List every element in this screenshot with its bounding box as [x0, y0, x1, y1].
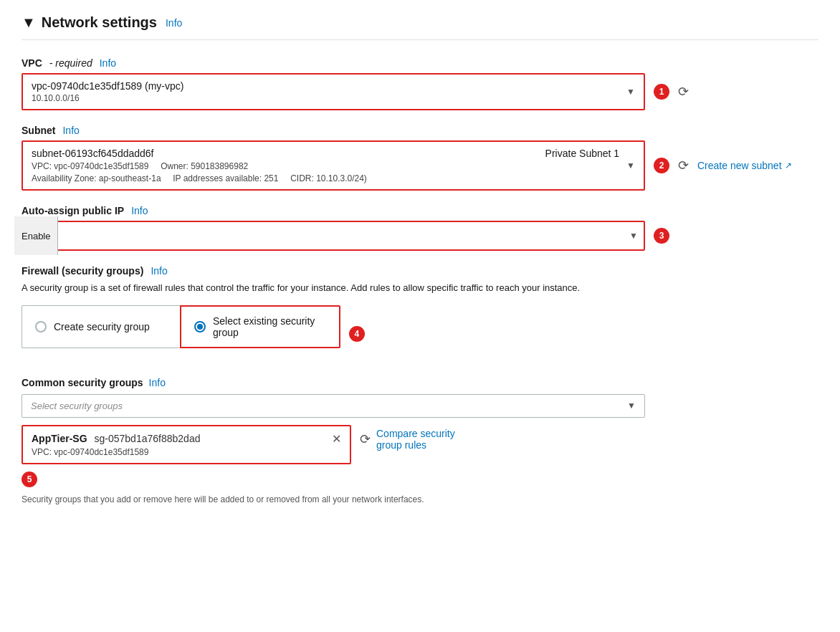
firewall-radio-row: Create security group Select existing se… — [22, 305, 818, 363]
auto-assign-arrow: ▼ — [629, 231, 638, 241]
select-sg-label: Select existing security group — [213, 315, 326, 338]
external-link-icon: ↗ — [785, 161, 792, 171]
create-sg-radio-circle — [35, 321, 47, 332]
subnet-cidr: CIDR: 10.10.3.0/24) — [290, 173, 367, 183]
compare-label-line1: Compare security — [376, 428, 455, 439]
sg-item-vpc: VPC: vpc-09740dc1e35df1589 — [32, 447, 341, 457]
subnet-dropdown-content: subnet-06193cf645ddadd6f Private Subnet … — [32, 148, 619, 183]
sg-step-badge: 5 — [22, 471, 37, 487]
create-sg-option[interactable]: Create security group — [22, 305, 180, 348]
auto-assign-ip-field-group: Auto-assign public IP Info Enable ▼ 3 — [22, 205, 818, 251]
collapse-icon[interactable]: ▼ — [22, 14, 36, 31]
firewall-radio-options: Create security group Select existing se… — [22, 305, 340, 348]
auto-assign-dropdown[interactable]: Enable ▼ — [22, 221, 645, 251]
compare-sg-link[interactable]: Compare security group rules — [376, 428, 455, 451]
auto-assign-dropdown-inner: Enable ▼ — [23, 222, 644, 249]
common-sg-label-text: Common security groups — [22, 377, 143, 388]
vpc-info-link[interactable]: Info — [100, 57, 116, 69]
firewall-label: Firewall (security groups) Info — [22, 265, 818, 277]
select-sg-radio-circle — [194, 321, 206, 332]
subnet-alias: Private Subnet 1 — [545, 148, 620, 159]
firewall-step-badge: 4 — [349, 326, 365, 342]
sg-selected-item: AppTier-SG sg-057bd1a76f88b2dad ✕ VPC: v… — [22, 425, 351, 464]
subnet-details-row1: VPC: vpc-09740dc1e35df1589 Owner: 590183… — [32, 161, 619, 171]
vpc-refresh-icon[interactable]: ⟳ — [678, 84, 689, 100]
firewall-info-link[interactable]: Info — [151, 265, 167, 277]
common-sg-label: Common security groups Info — [22, 377, 818, 388]
subnet-dropdown-arrow: ▼ — [626, 161, 635, 171]
sg-selected-item-row: AppTier-SG sg-057bd1a76f88b2dad ✕ — [32, 432, 341, 446]
compare-sg-area: ⟳ Compare security group rules — [360, 428, 455, 451]
sg-item-id: sg-057bd1a76f88b2dad — [95, 433, 201, 444]
sg-select-arrow: ▼ — [627, 401, 636, 411]
vpc-field-group: VPC - required Info vpc-09740dc1e35df158… — [22, 57, 818, 110]
vpc-step-badge: 1 — [654, 84, 669, 100]
vpc-label-text: VPC — [22, 57, 42, 69]
subnet-vpc: VPC: vpc-09740dc1e35df1589 — [32, 161, 148, 171]
common-sg-info-link[interactable]: Info — [149, 377, 166, 388]
select-sg-option[interactable]: Select existing security group — [180, 305, 340, 348]
auto-assign-dropdown-row: Enable ▼ 3 — [22, 221, 818, 251]
subnet-refresh-icon[interactable]: ⟳ — [678, 158, 689, 173]
subnet-owner: Owner: 590183896982 — [161, 161, 248, 171]
section-info-link[interactable]: Info — [166, 17, 182, 29]
vpc-selected-cidr: 10.10.0.0/16 — [32, 93, 619, 103]
create-sg-label: Create security group — [54, 321, 150, 332]
sg-selected-area: AppTier-SG sg-057bd1a76f88b2dad ✕ VPC: v… — [22, 425, 351, 487]
vpc-dropdown-inner: vpc-09740dc1e35df1589 (my-vpc) 10.10.0.0… — [32, 80, 635, 103]
vpc-dropdown-arrow: ▼ — [626, 87, 635, 97]
subnet-step-badge: 2 — [654, 158, 669, 173]
section-title-text: Network settings — [42, 14, 157, 31]
compare-label-line2: group rules — [376, 439, 426, 451]
subnet-az: Availability Zone: ap-southeast-1a — [32, 173, 161, 183]
common-sg-field-group: Common security groups Info Select secur… — [22, 377, 818, 504]
sg-bottom-row: AppTier-SG sg-057bd1a76f88b2dad ✕ VPC: v… — [22, 425, 667, 487]
subnet-main-row: subnet-06193cf645ddadd6f Private Subnet … — [32, 148, 619, 159]
sg-item-name: AppTier-SG — [32, 433, 87, 444]
subnet-dropdown-inner: subnet-06193cf645ddadd6f Private Subnet … — [32, 148, 635, 183]
subnet-dropdown-row: subnet-06193cf645ddadd6f Private Subnet … — [22, 140, 818, 191]
subnet-name: subnet-06193cf645ddadd6f — [32, 148, 153, 159]
subnet-label-text: Subnet — [22, 125, 55, 136]
firewall-label-text: Firewall (security groups) — [22, 265, 143, 277]
vpc-dropdown[interactable]: vpc-09740dc1e35df1589 (my-vpc) 10.10.0.0… — [22, 73, 645, 110]
firewall-description: A security group is a set of firewall ru… — [22, 281, 818, 295]
firewall-field-group: Firewall (security groups) Info A securi… — [22, 265, 818, 363]
create-subnet-link[interactable]: Create new subnet ↗ — [697, 160, 792, 171]
subnet-dropdown[interactable]: subnet-06193cf645ddadd6f Private Subnet … — [22, 140, 645, 191]
network-settings-header: ▼ Network settings Info — [22, 14, 818, 40]
subnet-info-link[interactable]: Info — [62, 125, 79, 136]
auto-assign-label-text: Auto-assign public IP — [22, 205, 124, 216]
compare-refresh-icon[interactable]: ⟳ — [360, 431, 371, 447]
auto-assign-step-badge: 3 — [654, 228, 669, 244]
auto-assign-info-link[interactable]: Info — [131, 205, 148, 216]
sg-select-row: Select security groups ▼ — [22, 394, 645, 418]
sg-select-dropdown[interactable]: Select security groups ▼ — [22, 394, 645, 418]
sg-note: Security groups that you add or remove h… — [22, 494, 645, 504]
section-title: ▼ Network settings — [22, 14, 157, 31]
vpc-dropdown-content: vpc-09740dc1e35df1589 (my-vpc) 10.10.0.0… — [32, 80, 619, 103]
subnet-label: Subnet Info — [22, 125, 818, 136]
sg-select-placeholder: Select security groups — [31, 401, 123, 411]
vpc-dropdown-row: vpc-09740dc1e35df1589 (my-vpc) 10.10.0.0… — [22, 73, 818, 110]
sg-item-remove-button[interactable]: ✕ — [332, 432, 341, 446]
subnet-details-row2: Availability Zone: ap-southeast-1a IP ad… — [32, 173, 619, 183]
auto-assign-value: Enable — [14, 216, 58, 255]
subnet-ip: IP addresses available: 251 — [173, 173, 278, 183]
vpc-required-text: - required — [49, 57, 92, 69]
vpc-selected-id: vpc-09740dc1e35df1589 (my-vpc) — [32, 80, 619, 92]
create-subnet-label: Create new subnet — [697, 160, 782, 171]
auto-assign-label: Auto-assign public IP Info — [22, 205, 818, 216]
subnet-field-group: Subnet Info subnet-06193cf645ddadd6f Pri… — [22, 125, 818, 191]
vpc-label: VPC - required Info — [22, 57, 818, 69]
select-sg-radio-dot — [197, 324, 203, 330]
